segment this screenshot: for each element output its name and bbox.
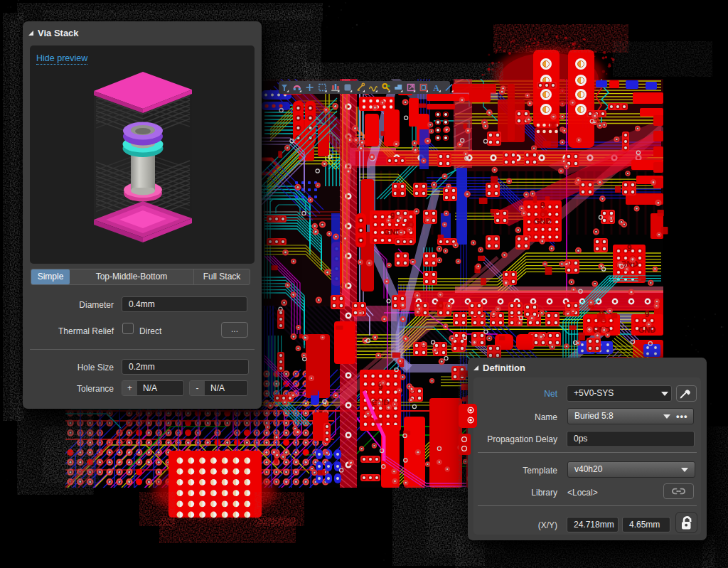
svg-text:9: 9 [627, 243, 632, 253]
svg-text:GND: GND [534, 217, 552, 225]
svg-text:GND: GND [638, 326, 656, 334]
svg-text:9: 9 [540, 200, 545, 210]
svg-text:9: 9 [645, 309, 650, 319]
svg-text:A: A [433, 83, 439, 93]
